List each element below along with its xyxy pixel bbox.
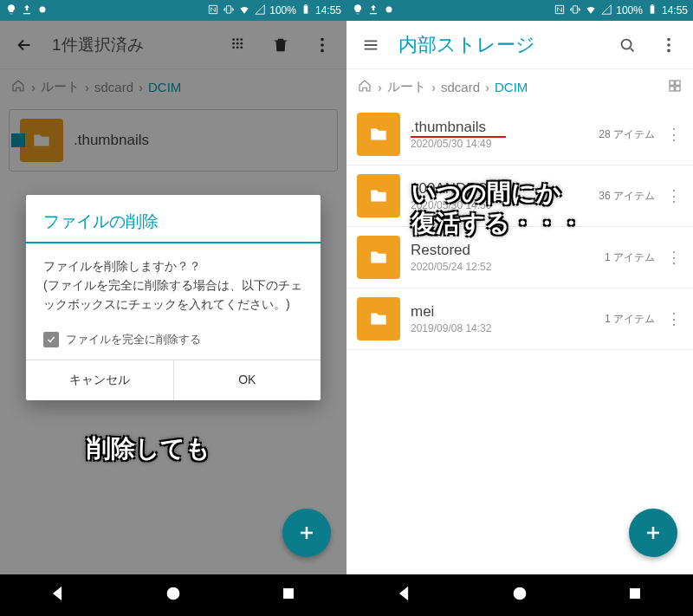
chevron-right-icon: › (378, 80, 382, 94)
nfc-icon (207, 3, 219, 18)
status-bar: 100% 14:55 (346, 0, 693, 21)
folder-icon (357, 236, 400, 279)
status-bar: 100% 14:55 (0, 0, 346, 21)
folder-icon (357, 174, 400, 217)
svg-point-19 (386, 6, 392, 12)
nav-recent-icon[interactable] (279, 584, 298, 606)
lightbulb-icon (352, 3, 364, 18)
svg-rect-18 (284, 589, 294, 599)
nav-bar (0, 574, 346, 616)
nav-bar (346, 574, 693, 616)
list-item[interactable]: .thumbnails 2020/05/30 14:49 28 アイテム ⋮ (346, 104, 693, 165)
lightbulb-icon (5, 3, 17, 18)
right-screen: 100% 14:55 内部ストレージ › ルート › sdcard (346, 0, 693, 616)
upload-icon (367, 3, 379, 18)
item-count: 1 アイテム (605, 250, 655, 265)
checkbox-label: ファイルを完全に削除する (66, 332, 201, 347)
dialog-checkbox[interactable]: ファイルを完全に削除する (26, 323, 321, 360)
svg-rect-20 (573, 5, 578, 12)
svg-rect-1 (227, 5, 231, 12)
svg-rect-30 (676, 86, 680, 90)
item-count: 28 アイテム (599, 127, 655, 142)
battery-percent: 100% (616, 4, 643, 16)
svg-point-25 (667, 43, 670, 47)
nav-home-icon[interactable] (510, 584, 529, 606)
signal-icon (254, 3, 266, 18)
file-name: 100ANDRO (411, 180, 588, 198)
chevron-right-icon: › (485, 80, 489, 94)
fab-add[interactable] (629, 509, 677, 557)
breadcrumb: › ルート › sdcard › DCIM (346, 69, 693, 104)
file-name: .thumbnails (411, 119, 588, 136)
ok-button[interactable]: OK (173, 360, 321, 400)
appbar: 内部ストレージ (346, 21, 693, 69)
crumb-dcim[interactable]: DCIM (495, 80, 528, 94)
svg-point-17 (171, 591, 176, 596)
list-item[interactable]: mei 2019/09/08 14:32 1 アイテム ⋮ (346, 289, 693, 350)
svg-rect-33 (631, 589, 640, 599)
circle-icon (383, 3, 395, 18)
row-menu-icon[interactable]: ⋮ (665, 188, 683, 204)
cancel-button[interactable]: キャンセル (26, 360, 173, 400)
svg-rect-21 (651, 5, 655, 13)
file-name: mei (411, 303, 594, 321)
clock: 14:55 (315, 4, 341, 16)
nav-recent-icon[interactable] (625, 584, 644, 606)
dialog-body: ファイルを削除しますか？？ (ファイルを完全に削除する場合は、以下のチェックボッ… (26, 254, 321, 322)
wifi-icon (238, 3, 250, 18)
file-name: Restored (411, 242, 594, 259)
clock: 14:55 (662, 4, 688, 16)
battery-percent: 100% (269, 4, 296, 16)
file-date: 2019/09/08 14:32 (411, 322, 594, 334)
svg-rect-22 (651, 4, 653, 5)
checkbox-icon (43, 332, 59, 347)
svg-rect-28 (676, 81, 680, 85)
svg-point-32 (517, 591, 522, 596)
row-menu-icon[interactable]: ⋮ (665, 126, 683, 142)
circle-icon (36, 3, 49, 18)
row-menu-icon[interactable]: ⋮ (665, 311, 683, 327)
folder-icon (357, 113, 400, 156)
overflow-button[interactable] (655, 31, 683, 59)
signal-icon (600, 3, 612, 18)
folder-icon (357, 297, 400, 340)
list-item[interactable]: Restored 2020/05/24 12:52 1 アイテム ⋮ (346, 227, 693, 289)
row-menu-icon[interactable]: ⋮ (665, 250, 683, 265)
nav-back-icon[interactable] (395, 584, 414, 606)
file-date: 2020/05/24 12:52 (411, 261, 594, 273)
svg-rect-29 (670, 86, 674, 90)
left-screen: 100% 14:55 1件選択済み (0, 0, 346, 616)
menu-button[interactable] (357, 31, 385, 59)
svg-rect-2 (304, 5, 308, 13)
fab-add[interactable] (282, 509, 331, 557)
list-item[interactable]: 100ANDRO 2020/05/30 14:50 36 アイテム ⋮ (346, 165, 693, 227)
file-list: .thumbnails 2020/05/30 14:49 28 アイテム ⋮ 1… (346, 104, 693, 350)
page-title: 内部ストレージ (398, 32, 599, 58)
nav-back-icon[interactable] (49, 584, 68, 606)
svg-point-26 (667, 49, 670, 52)
nav-home-icon[interactable] (164, 584, 183, 606)
grid-view-button[interactable] (667, 78, 683, 96)
svg-point-23 (622, 39, 631, 49)
svg-point-24 (667, 37, 670, 41)
svg-rect-27 (670, 81, 674, 85)
vibrate-icon (223, 3, 235, 18)
chevron-right-icon: › (431, 80, 436, 94)
battery-icon (300, 3, 312, 18)
svg-rect-3 (305, 4, 307, 5)
crumb-root[interactable]: ルート (387, 79, 426, 95)
file-date: 2020/05/30 14:49 (411, 138, 588, 150)
upload-icon (21, 3, 33, 18)
crumb-sdcard[interactable]: sdcard (441, 80, 480, 94)
item-count: 36 アイテム (599, 189, 655, 204)
wifi-icon (585, 3, 597, 18)
modal-overlay: ファイルの削除 ファイルを削除しますか？？ (ファイルを完全に削除する場合は、以… (0, 21, 346, 574)
svg-point-0 (40, 6, 46, 12)
item-count: 1 アイテム (605, 312, 655, 327)
delete-dialog: ファイルの削除 ファイルを削除しますか？？ (ファイルを完全に削除する場合は、以… (26, 195, 321, 399)
file-date: 2020/05/30 14:50 (411, 199, 588, 211)
vibrate-icon (569, 3, 581, 18)
dialog-title: ファイルの削除 (26, 195, 321, 243)
search-button[interactable] (613, 31, 641, 59)
home-icon[interactable] (357, 78, 372, 96)
